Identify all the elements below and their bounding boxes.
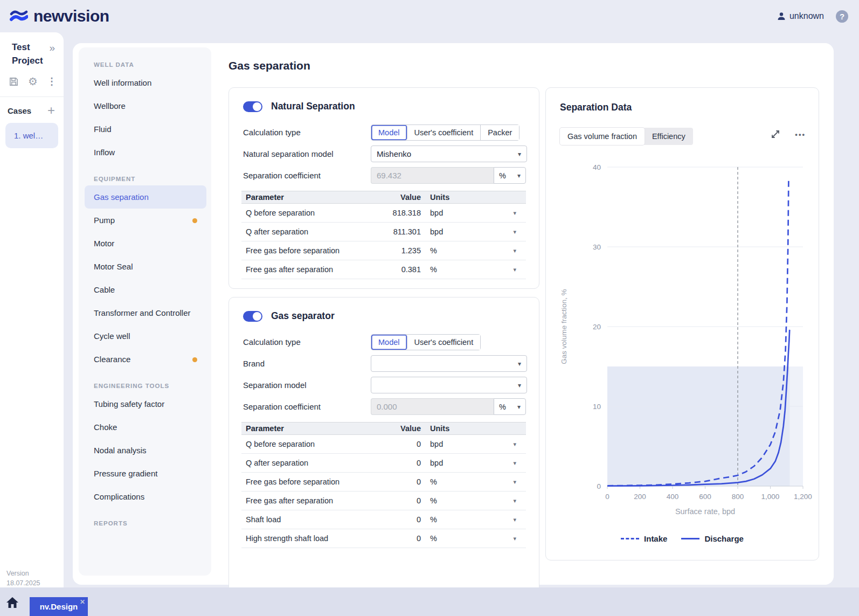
kebab-menu-icon[interactable]: ⋮: [47, 75, 57, 87]
chart-tabs: Gas volume fractionEfficiency: [560, 128, 693, 145]
add-case-icon[interactable]: +: [47, 106, 55, 115]
sidebar-item-wellbore[interactable]: Wellbore: [79, 94, 211, 117]
expand-icon[interactable]: [770, 129, 781, 140]
sidebar-item-inflow[interactable]: Inflow: [79, 141, 211, 164]
units-dropdown[interactable]: %▾: [421, 265, 526, 274]
sidebar-item-cable[interactable]: Cable: [79, 278, 211, 301]
case-item-1-wel[interactable]: 1. wel…: [5, 123, 58, 148]
calc-type-model[interactable]: Model: [371, 335, 407, 350]
table-header-row: ParameterValueUnits: [241, 422, 526, 435]
collapse-sidebar-icon[interactable]: »: [49, 42, 55, 54]
units-dropdown[interactable]: %▾: [421, 246, 526, 255]
units-dropdown[interactable]: %▾: [421, 477, 526, 486]
coefficient-unit-select[interactable]: % ▾: [494, 167, 526, 184]
taskbar-tab-nv-design[interactable]: nv.Design ✕: [30, 597, 88, 616]
units-dropdown[interactable]: bpd▾: [421, 440, 526, 448]
gear-icon[interactable]: ⚙: [28, 75, 38, 88]
chevron-down-icon: ▾: [517, 403, 521, 411]
tab-label: nv.Design: [40, 602, 78, 611]
user-menu[interactable]: unknown: [777, 11, 824, 21]
newvision-logo-icon: [10, 9, 28, 24]
calculation-type-label: Calculation type: [243, 128, 371, 137]
units-dropdown[interactable]: bpd▾: [421, 209, 526, 217]
tab-gas-volume-fraction[interactable]: Gas volume fraction: [560, 128, 645, 145]
table-row-high-strength-shaft-load: High strength shaft load0%▾: [241, 529, 526, 548]
coefficient-unit-select[interactable]: % ▾: [494, 398, 526, 415]
sidebar-item-pressure-gradient[interactable]: Pressure gradient: [79, 462, 211, 485]
nav-section-engineering-tools: ENGINEERING TOOLS: [79, 383, 211, 389]
separation-chart[interactable]: 01020304002004006008001,0001,200Surface …: [556, 156, 820, 528]
legend-item-discharge: Discharge: [681, 534, 744, 543]
calculation-type-label: Calculation type: [243, 337, 371, 347]
sidebar-item-cycle-well[interactable]: Cycle well: [79, 324, 211, 348]
chevron-down-icon: ▾: [513, 247, 516, 254]
project-name: Test Project: [0, 32, 38, 67]
parameter-name: Free gas after separation: [241, 496, 349, 505]
sidebar-item-nodal-analysis[interactable]: Nodal analysis: [79, 439, 211, 462]
table-row-q-before-separation: Q before separation818.318bpd▾: [241, 204, 526, 223]
sidebar-item-pump[interactable]: Pump: [79, 209, 211, 232]
more-options-icon[interactable]: •••: [795, 130, 806, 139]
table-row-q-after-separation: Q after separation811.301bpd▾: [241, 223, 526, 241]
brand-select[interactable]: ▾: [371, 355, 527, 372]
calc-type-model[interactable]: Model: [371, 125, 407, 140]
separation-coefficient-input: 69.432: [371, 167, 494, 184]
chevron-down-icon: ▾: [518, 150, 521, 158]
sidebar-item-motor[interactable]: Motor: [79, 232, 211, 255]
chart-legend: IntakeDischarge: [546, 534, 819, 543]
legend-dashed-line: [621, 538, 639, 539]
parameter-name: Free gas before separation: [241, 246, 349, 255]
save-icon[interactable]: [9, 77, 19, 87]
sidebar-item-transformer-and-controller[interactable]: Transformer and Controller: [79, 301, 211, 324]
chevron-down-icon: ▾: [513, 266, 516, 273]
sidebar-item-gas-separation[interactable]: Gas separation: [85, 185, 206, 209]
x-tick-600: 600: [699, 493, 711, 501]
table-row-free-gas-before-separation: Free gas before separation0%▾: [241, 473, 526, 492]
parameter-value: 0: [349, 496, 421, 505]
sidebar-item-clearance[interactable]: Clearance: [79, 348, 211, 371]
sidebar-item-complications[interactable]: Complications: [79, 485, 211, 508]
x-axis-label: Surface rate, bpd: [675, 507, 735, 516]
sidebar-item-tubing-safety-factor[interactable]: Tubing safety factor: [79, 392, 211, 416]
natural-separation-toggle[interactable]: [243, 101, 262, 112]
units-dropdown[interactable]: bpd▾: [421, 459, 526, 467]
parameter-value: 0: [349, 534, 421, 543]
sidebar-item-fluid[interactable]: Fluid: [79, 117, 211, 141]
gas-separator-toggle[interactable]: [243, 311, 262, 322]
sidebar-item-well-information[interactable]: Well information: [79, 71, 211, 94]
chevron-down-icon: ▾: [513, 441, 516, 448]
separation-model-select[interactable]: ▾: [371, 377, 527, 393]
natural-separation-card: Natural Separation Calculation type Mode…: [228, 87, 539, 289]
help-icon[interactable]: ?: [836, 10, 848, 23]
table-row-free-gas-before-separation: Free gas before separation1.235%▾: [241, 241, 526, 260]
sidebar-item-motor-seal[interactable]: Motor Seal: [79, 255, 211, 278]
parameter-name: Free gas before separation: [241, 477, 349, 486]
app-logo: newvision: [10, 7, 109, 25]
calc-type-user-s-coefficient[interactable]: User's coefficient: [407, 125, 481, 140]
parameter-value: 0.381: [349, 265, 421, 274]
selected-model: Mishenko: [377, 149, 411, 158]
natural-separation-title: Natural Separation: [271, 101, 355, 112]
units-dropdown[interactable]: bpd▾: [421, 227, 526, 236]
chevron-down-icon: ▾: [513, 210, 516, 217]
gas-separator-card: Gas separator Calculation type ModelUser…: [228, 297, 539, 604]
natural-separation-table: ParameterValueUnitsQ before separation81…: [241, 191, 526, 279]
calc-type-user-s-coefficient[interactable]: User's coefficient: [407, 335, 481, 350]
tab-efficiency[interactable]: Efficiency: [645, 128, 693, 145]
sidebar-item-choke[interactable]: Choke: [79, 416, 211, 439]
cases-label: Cases: [8, 106, 31, 115]
home-icon[interactable]: [5, 596, 19, 611]
parameter-value: 0: [349, 440, 421, 448]
table-row-free-gas-after-separation: Free gas after separation0%▾: [241, 492, 526, 510]
x-tick-800: 800: [732, 493, 744, 501]
legend-label: Intake: [644, 534, 667, 543]
calc-type-packer[interactable]: Packer: [481, 125, 519, 140]
natural-separation-model-select[interactable]: Mishenko ▾: [371, 146, 527, 162]
units-dropdown[interactable]: %▾: [421, 496, 526, 505]
units-dropdown[interactable]: %▾: [421, 515, 526, 524]
user-name: unknown: [789, 11, 824, 21]
units-dropdown[interactable]: %▾: [421, 534, 526, 543]
close-icon[interactable]: ✕: [80, 598, 85, 606]
col-header-parameter: Parameter: [241, 193, 349, 202]
separation-data-card: Separation Data Gas volume fractionEffic…: [545, 87, 819, 560]
